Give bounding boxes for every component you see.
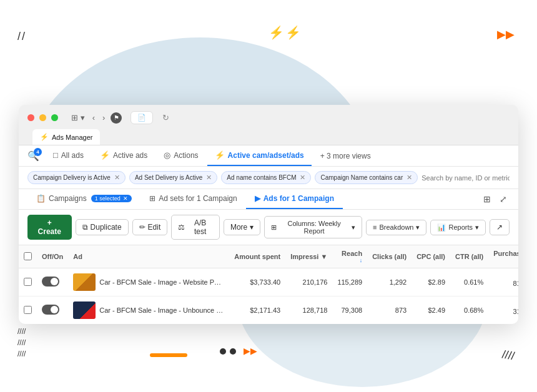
row1-ad-name: Car - BFCM Sale - Image - Website Page -… [99, 278, 224, 286]
camp-tab-adsets[interactable]: ⊞ Ad sets for 1 Campaign [140, 189, 245, 209]
camp-tabs-expand-btn[interactable]: ⤢ [497, 192, 510, 207]
camp-tab-ads[interactable]: ▶ Ads for 1 Campaign [246, 189, 343, 209]
campaigns-icon: 📋 [36, 194, 46, 203]
forward-btn[interactable]: › [101, 112, 107, 124]
filter-chip-adset-delivery[interactable]: Ad Set Delivery is Active ✕ [129, 171, 217, 184]
export-button[interactable]: ↗ [490, 219, 510, 235]
row1-cpc: $2.89 [411, 268, 450, 296]
nav-tabs: 🔍 4 □ All ads ⚡ Active ads ◎ Actions ⚡ A… [19, 145, 518, 167]
camp-tabs-grid-btn[interactable]: ⊞ [481, 192, 493, 207]
deco-orange-bar [150, 353, 187, 357]
sidebar-toggle-btn[interactable]: ⊞ ▾ [69, 112, 87, 124]
row2-checkbox[interactable] [24, 306, 32, 314]
filter-chip-ad-name-close[interactable]: ✕ [300, 174, 305, 182]
browser-tabbar: ⚡ Ads Manager [27, 129, 510, 145]
duplicate-button[interactable]: ⧉ Duplicate [76, 219, 129, 235]
row2-toggle[interactable] [42, 305, 59, 315]
nav-tab-actions[interactable]: ◎ Actions [156, 145, 205, 166]
row2-ad-name: Car - BFCM Sale - Image - Unbounce Page … [99, 306, 224, 314]
breakdown-button[interactable]: ≡ Breakdown ▾ [366, 220, 426, 235]
filter-chip-adset-delivery-close[interactable]: ✕ [206, 174, 212, 182]
browser-content: 🔍 4 □ All ads ⚡ Active ads ◎ Actions ⚡ A… [19, 145, 518, 324]
filter-bar: Campaign Delivery is Active ✕ Ad Set Del… [19, 167, 518, 189]
deco-play-bm: ▶▶ [244, 346, 257, 356]
columns-chevron-icon: ▾ [352, 223, 355, 232]
row2-amount: $2,171.43 [229, 296, 285, 325]
row2-cpc: $2.49 [411, 296, 450, 325]
row2-ctr: 0.68% [450, 296, 488, 325]
abtest-button[interactable]: ⚖ A/B test [171, 215, 220, 240]
browser-tab-label: Ads Manager [52, 134, 92, 141]
deco-play-tr: ▶▶ [497, 27, 515, 41]
nav-tab-more[interactable]: + 3 more views [313, 147, 378, 165]
row2-ad-thumb [73, 301, 96, 319]
create-button[interactable]: + Create [27, 215, 72, 240]
reports-icon: 📊 [437, 223, 446, 232]
tl-red[interactable] [27, 114, 34, 121]
table-row: Car - BFCM Sale - Image - Website Page -… [19, 268, 518, 296]
th-checkbox [19, 245, 37, 268]
filter-chip-ad-name[interactable]: Ad name contains BFCM ✕ [221, 171, 311, 184]
th-offon: Off/On [37, 245, 68, 268]
th-reach[interactable]: Reach ↓ [332, 245, 367, 268]
th-purchases[interactable]: Purchases ▾ [488, 245, 518, 268]
active-ads-icon: ⚡ [100, 150, 110, 160]
refresh-btn[interactable]: ↻ [160, 112, 171, 124]
toolbar: + Create ⧉ Duplicate ✏ Edit ⚖ A/B test M… [19, 210, 518, 245]
row1-ctr: 0.61% [450, 268, 488, 296]
search-badge[interactable]: 🔍 4 [27, 150, 39, 162]
filter-chip-campaign-name-close[interactable]: ✕ [406, 174, 412, 182]
deco-slashes-bl: //////////// [17, 326, 26, 360]
th-amount[interactable]: Amount spent [229, 245, 285, 268]
th-impressions[interactable]: Impressi ▼ [285, 245, 332, 268]
filter-search-input[interactable] [421, 174, 510, 182]
tl-yellow[interactable] [39, 114, 46, 121]
reports-chevron-icon: ▾ [475, 223, 479, 232]
row1-amount: $3,733.40 [229, 268, 285, 296]
select-all-checkbox[interactable] [24, 252, 32, 260]
browser-tab-active[interactable]: ⚡ Ads Manager [32, 129, 100, 145]
browser-chrome: ⊞ ▾ ‹ › ⚑ 📄 ↻ ⚡ Ads Manager [19, 105, 518, 145]
campaigns-selected-badge: 1 selected ✕ [91, 195, 132, 202]
edit-icon: ✏ [139, 223, 145, 232]
columns-button[interactable]: ⊞ Columns: Weekly Report ▾ [264, 216, 362, 238]
edit-button[interactable]: ✏ Edit [132, 219, 168, 235]
filter-chip-campaign-delivery[interactable]: Campaign Delivery is Active ✕ [27, 171, 126, 184]
th-cpc[interactable]: CPC (all) [411, 245, 450, 268]
breakdown-chevron-icon: ▾ [416, 223, 420, 232]
table-container: Off/On Ad Amount spent Impressi [19, 245, 518, 324]
row2-reach: 79,308 [332, 296, 367, 325]
table-row: Car - BFCM Sale - Image - Unbounce Page … [19, 296, 518, 325]
abtest-icon: ⚖ [178, 223, 185, 232]
row2-ad-cell: Car - BFCM Sale - Image - Unbounce Page … [68, 296, 229, 325]
row1-checkbox-cell [19, 268, 37, 296]
camp-tabs-right: ⊞ ⤢ [481, 192, 510, 207]
row1-toggle-cell [37, 268, 68, 296]
back-btn[interactable]: ‹ [91, 112, 97, 124]
filter-chip-campaign-delivery-close[interactable]: ✕ [114, 174, 120, 182]
row1-reach: 115,289 [332, 268, 367, 296]
reports-button[interactable]: 📊 Reports ▾ [430, 220, 486, 235]
more-button[interactable]: More ▾ [224, 219, 260, 235]
campaigns-badge-close[interactable]: ✕ [123, 195, 128, 202]
filter-chip-campaign-name[interactable]: Campaign Name contains car ✕ [315, 171, 418, 184]
th-ctr[interactable]: CTR (all) [450, 245, 488, 268]
campaign-tabs: 📋 Campaigns 1 selected ✕ ⊞ Ad sets for 1… [19, 189, 518, 210]
deco-dots-bm [220, 348, 236, 355]
ads-table: Off/On Ad Amount spent Impressi [19, 245, 518, 324]
nav-tab-all-ads[interactable]: □ All ads [46, 145, 91, 166]
tl-green[interactable] [51, 114, 58, 121]
url-bar[interactable]: 📄 [131, 111, 153, 124]
row1-checkbox[interactable] [24, 278, 32, 286]
row1-toggle[interactable] [42, 277, 59, 287]
th-clicks[interactable]: Clicks (all) [367, 245, 411, 268]
row2-clicks: 873 [367, 296, 411, 325]
nav-tab-active-camset[interactable]: ⚡ Active cam/adset/ads [207, 145, 312, 166]
adsets-icon: ⊞ [149, 194, 155, 203]
deco-slashes-tl: // [17, 30, 26, 43]
row1-ad-cell: Car - BFCM Sale - Image - Website Page -… [68, 268, 229, 296]
camp-tab-campaigns[interactable]: 📋 Campaigns 1 selected ✕ [27, 189, 140, 209]
active-camset-icon: ⚡ [215, 150, 225, 160]
row1-purchases: 81 ⊡ [488, 268, 518, 296]
nav-tab-active-ads[interactable]: ⚡ Active ads [92, 145, 155, 166]
